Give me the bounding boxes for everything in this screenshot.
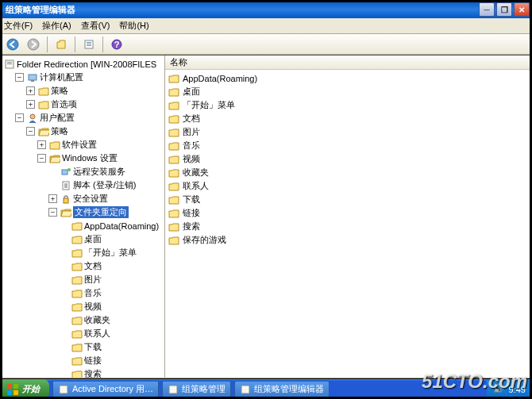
expand-icon[interactable]: + (37, 140, 46, 149)
menu-help[interactable]: 帮助(H) (119, 20, 148, 32)
taskbar-item[interactable]: 组策略管理编辑器 (234, 381, 330, 397)
tree-item[interactable]: 下载 (60, 340, 163, 354)
tree-item[interactable]: 搜索 (60, 367, 163, 378)
tree-label: 搜索 (84, 368, 102, 378)
tree-label: 音乐 (84, 287, 102, 299)
tree-item[interactable]: 收藏夹 (60, 313, 163, 327)
user-icon (27, 113, 38, 124)
folder-icon (168, 127, 179, 138)
tree-item[interactable]: +首选项 (26, 98, 163, 111)
folder-icon (168, 208, 179, 219)
tree-label: 联系人 (84, 328, 110, 340)
up-button[interactable] (52, 36, 70, 53)
tree-label: 策略 (51, 85, 68, 97)
folder-icon (38, 99, 49, 110)
item-label: 音乐 (183, 140, 200, 152)
window-title: 组策略管理编辑器 (2, 4, 479, 16)
tree-item[interactable]: +安全设置 (48, 192, 163, 205)
tree-user-config[interactable]: − 用户配置 (15, 111, 163, 125)
tree-label: AppData(Roaming) (84, 221, 159, 231)
tree-item[interactable]: −Windows 设置 (37, 152, 163, 165)
collapse-icon[interactable]: − (37, 154, 46, 163)
tree-item[interactable]: −策略 (26, 125, 163, 138)
tree-item[interactable]: 远程安装服务 (48, 165, 163, 178)
collapse-icon[interactable]: − (15, 73, 24, 82)
folder-icon (71, 301, 83, 313)
tree-label: 远程安装服务 (73, 166, 125, 178)
collapse-icon[interactable]: − (26, 127, 35, 136)
tree-item[interactable]: 视频 (60, 300, 163, 313)
tree-item[interactable]: +软件设置 (37, 138, 163, 152)
list-item[interactable]: 视频 (168, 152, 526, 166)
list-item[interactable]: 下载 (168, 193, 526, 206)
tree-item[interactable]: 脚本 (登录/注销) (48, 178, 163, 192)
list-item[interactable]: 联系人 (168, 179, 526, 193)
clock[interactable]: 9:49 (509, 385, 526, 394)
menu-file[interactable]: 文件(F) (4, 20, 33, 32)
minimize-button[interactable]: ─ (479, 2, 495, 17)
tree-item[interactable]: 音乐 (60, 286, 163, 300)
menu-action[interactable]: 操作(A) (42, 20, 71, 32)
tree-item[interactable]: 链接 (60, 354, 163, 367)
expand-icon[interactable]: + (26, 86, 35, 95)
start-button[interactable]: 开始 (0, 379, 49, 399)
tree-item[interactable]: 联系人 (60, 327, 163, 340)
list-body[interactable]: AppData(Roaming)桌面「开始」菜单文档图片音乐视频收藏夹联系人下载… (165, 70, 530, 378)
list-item[interactable]: 收藏夹 (168, 166, 526, 179)
close-button[interactable]: ✕ (514, 2, 530, 17)
list-item[interactable]: 音乐 (168, 139, 526, 152)
maximize-button[interactable]: ❐ (496, 2, 512, 17)
svg-rect-20 (7, 384, 12, 389)
folder-icon (168, 194, 179, 205)
tree-item[interactable]: 文档 (60, 259, 163, 273)
expand-icon[interactable]: + (48, 194, 57, 203)
list-item[interactable]: 保存的游戏 (168, 233, 526, 247)
folder-icon (71, 221, 83, 232)
taskbar-item[interactable]: Active Directory 用… (52, 381, 159, 397)
collapse-icon[interactable]: − (15, 113, 24, 122)
policy-icon (4, 59, 15, 70)
tree-label: 软件设置 (62, 139, 97, 151)
svg-rect-3 (87, 42, 91, 43)
folder-icon (71, 234, 83, 245)
system-tray[interactable]: 🔊 9:49 (487, 379, 532, 399)
column-header-name[interactable]: 名称 (165, 56, 530, 70)
taskbar-item[interactable]: 组策略管理 (162, 381, 231, 397)
folder-icon (49, 140, 60, 151)
item-label: 「开始」菜单 (183, 99, 235, 111)
list-item[interactable]: 链接 (168, 206, 526, 220)
tree-item[interactable]: 桌面 (60, 232, 163, 246)
folder-icon (71, 369, 83, 378)
list-item[interactable]: 图片 (168, 125, 526, 139)
properties-button[interactable] (80, 36, 98, 53)
list-item[interactable]: 桌面 (168, 85, 526, 98)
windows-logo-icon (6, 383, 19, 396)
tree-pane[interactable]: Folder Redirection [WIN-2008FILES − 计算机配… (2, 56, 165, 378)
tree-item[interactable]: 图片 (60, 273, 163, 286)
list-item[interactable]: 「开始」菜单 (168, 98, 526, 112)
svg-point-13 (30, 114, 35, 119)
toolbar: ? (1, 34, 531, 55)
collapse-icon[interactable]: − (48, 208, 57, 217)
tree-computer-config[interactable]: − 计算机配置 (15, 71, 163, 84)
svg-point-0 (7, 39, 18, 50)
item-label: 搜索 (183, 221, 200, 232)
tree-item[interactable]: +策略 (26, 84, 163, 98)
list-item[interactable]: 文档 (168, 112, 526, 125)
tray-icon[interactable]: 🔊 (493, 384, 504, 394)
help-button[interactable]: ? (108, 36, 125, 53)
tree-label: 用户配置 (40, 112, 75, 124)
forward-button[interactable] (25, 36, 42, 53)
app-icon (58, 384, 69, 395)
app-icon (168, 384, 179, 395)
menu-view[interactable]: 查看(V) (81, 20, 110, 32)
tree-item[interactable]: AppData(Roaming) (60, 219, 163, 232)
list-item[interactable]: 搜索 (168, 220, 526, 233)
tree-root[interactable]: Folder Redirection [WIN-2008FILES (4, 57, 163, 71)
tree-folder-redirection[interactable]: −文件夹重定向 (48, 205, 163, 219)
list-item[interactable]: AppData(Roaming) (168, 71, 526, 85)
back-button[interactable] (4, 36, 21, 53)
expand-icon[interactable]: + (26, 100, 35, 109)
tree-item[interactable]: 「开始」菜单 (60, 246, 163, 259)
svg-rect-23 (13, 390, 18, 395)
